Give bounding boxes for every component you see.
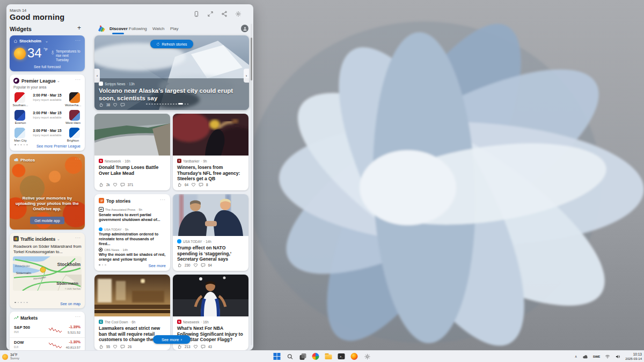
share-icon[interactable] bbox=[221, 11, 228, 17]
card-engagement[interactable]: 2k 371 bbox=[99, 182, 133, 187]
card-engagement[interactable]: 213 43 bbox=[177, 344, 212, 349]
more-options-icon[interactable]: ··· bbox=[75, 315, 81, 319]
clock[interactable]: 10:13 2025-03-14 bbox=[625, 352, 642, 361]
pagination-dots[interactable] bbox=[99, 258, 108, 268]
taskbar-settings-icon[interactable] bbox=[363, 352, 371, 360]
match-row[interactable]: Everton 3:00 PM · Mar 15 Injury report a… bbox=[10, 109, 85, 127]
thumbs-up-icon[interactable] bbox=[177, 182, 182, 187]
hero-story-card[interactable]: Refresh stories ‹ › Scripps News · 13h V… bbox=[94, 35, 249, 110]
feed-see-more-button[interactable]: See more › bbox=[153, 335, 191, 344]
thumbs-up-icon[interactable] bbox=[99, 182, 104, 187]
feed-scrollbar-thumb[interactable] bbox=[251, 38, 252, 80]
weather-location[interactable]: Stockholm bbox=[19, 39, 41, 43]
network-icon[interactable] bbox=[605, 354, 610, 359]
get-mobile-app-button[interactable]: Get mobile app bbox=[30, 217, 64, 224]
onedrive-tray-icon[interactable] bbox=[582, 354, 588, 360]
firefox-icon[interactable] bbox=[350, 352, 358, 360]
story-headline[interactable]: Senate works to avert partial government… bbox=[99, 213, 166, 223]
more-options-icon[interactable]: ··· bbox=[75, 158, 81, 161]
tab-watch[interactable]: Watch bbox=[152, 26, 164, 31]
top-story-item[interactable]: CBS News · 14h Why the moon will be shad… bbox=[99, 248, 166, 262]
comment-icon[interactable] bbox=[201, 263, 206, 268]
refresh-stories-button[interactable]: Refresh stories bbox=[150, 40, 193, 48]
comment-icon[interactable] bbox=[201, 344, 206, 349]
pagination-dots[interactable] bbox=[14, 295, 30, 305]
traffic-map[interactable]: Stockholm Riddarfjärden Södermalm Hornsg… bbox=[13, 256, 82, 291]
source-row[interactable]: N Newsweek · 16h bbox=[177, 320, 209, 324]
heart-icon[interactable] bbox=[193, 344, 198, 349]
heart-icon[interactable] bbox=[191, 182, 196, 187]
more-options-icon[interactable]: ··· bbox=[75, 39, 81, 42]
top-story-item[interactable]: USA TODAY · 5h Trump administration orde… bbox=[99, 227, 166, 246]
card-headline[interactable]: Winners, losers from Thursday’s NFL free… bbox=[177, 165, 245, 182]
chevron-down-icon[interactable]: ⌄ bbox=[57, 238, 60, 241]
premier-league-title[interactable]: Premier League bbox=[21, 78, 56, 84]
see-on-map-link[interactable]: See on map bbox=[60, 302, 80, 306]
hero-engagement[interactable]: 38 bbox=[99, 102, 125, 107]
chevron-down-icon[interactable]: ⌄ bbox=[45, 40, 48, 43]
more-options-icon[interactable]: ··· bbox=[75, 78, 81, 82]
language-indicator[interactable]: SWE bbox=[593, 355, 601, 358]
start-button[interactable] bbox=[273, 352, 281, 360]
top-stories-see-more-link[interactable]: See more bbox=[148, 263, 166, 268]
carousel-right-arrow[interactable]: › bbox=[244, 69, 249, 83]
search-icon[interactable] bbox=[286, 352, 294, 360]
source-row[interactable]: N Newsweek · 16h bbox=[99, 159, 130, 163]
hero-carousel-dots[interactable] bbox=[146, 97, 190, 107]
heart-icon[interactable] bbox=[113, 344, 118, 349]
thumbs-up-icon[interactable] bbox=[99, 344, 104, 349]
see-full-forecast-link[interactable]: See full forecast bbox=[10, 65, 85, 69]
comment-icon[interactable] bbox=[199, 182, 203, 187]
story-headline[interactable]: Trump administration ordered to reinstat… bbox=[99, 232, 166, 246]
markets-widget[interactable]: Markets ··· S&P 500 INX -1.39% 5,521.52 … bbox=[10, 312, 85, 350]
terminal-icon[interactable]: >_ bbox=[338, 352, 346, 360]
premier-league-widget[interactable]: Premier League ⌄ ··· Popular in your are… bbox=[10, 75, 85, 151]
add-widget-button[interactable]: + bbox=[77, 24, 81, 32]
traffic-widget[interactable]: Traffic incidents ⌄ ··· Roadwork on Söde… bbox=[10, 233, 85, 308]
comment-icon[interactable] bbox=[120, 182, 125, 187]
comment-icon[interactable] bbox=[120, 344, 125, 349]
weather-widget[interactable]: Stockholm ⌄ ··· 34 °F Temperatures to ri… bbox=[10, 35, 85, 71]
heart-icon[interactable] bbox=[193, 263, 198, 268]
card-engagement[interactable]: 64 8 bbox=[177, 182, 208, 187]
thumbs-up-icon[interactable] bbox=[177, 263, 182, 268]
tab-following[interactable]: Following bbox=[129, 26, 147, 31]
card-headline[interactable]: Trump effect on NATO spending is ‘stagge… bbox=[177, 245, 245, 262]
comment-icon[interactable] bbox=[120, 102, 125, 107]
news-card-lake-mead[interactable]: N Newsweek · 16h Donald Trump Loses Batt… bbox=[94, 114, 170, 190]
tab-discover[interactable]: Discover bbox=[109, 26, 128, 31]
news-card-nato[interactable]: USA TODAY · 14h Trump effect on NATO spe… bbox=[173, 194, 248, 271]
expand-icon[interactable] bbox=[207, 11, 214, 17]
story-headline[interactable]: Why the moon will be shades of red, oran… bbox=[99, 253, 166, 262]
feed-scrollbar-track[interactable] bbox=[251, 24, 252, 345]
more-options-icon[interactable]: ··· bbox=[75, 237, 81, 240]
pagination-dots[interactable] bbox=[14, 138, 30, 147]
card-headline[interactable]: Donald Trump Loses Battle Over Lake Mead bbox=[99, 165, 166, 176]
phone-link-icon[interactable] bbox=[193, 11, 200, 17]
profile-avatar[interactable] bbox=[241, 25, 248, 32]
top-stories-widget[interactable]: Top stories ··· AP The Associated Press … bbox=[94, 194, 170, 271]
top-story-item[interactable]: AP The Associated Press · 5h Senate work… bbox=[99, 207, 166, 223]
thumbs-up-icon[interactable] bbox=[177, 344, 182, 349]
carousel-left-arrow[interactable]: ‹ bbox=[94, 69, 100, 83]
file-explorer-icon[interactable] bbox=[325, 352, 333, 360]
news-card-nfl[interactable]: Y Yardbarker · 9h Winners, losers from T… bbox=[173, 114, 248, 190]
more-options-icon[interactable]: ··· bbox=[160, 198, 166, 202]
widgets-app-icon[interactable] bbox=[312, 352, 320, 360]
source-row[interactable]: Y Yardbarker · 9h bbox=[177, 159, 207, 163]
photos-title[interactable]: Photos bbox=[20, 158, 35, 162]
hero-source-row[interactable]: Scripps News · 13h bbox=[99, 82, 135, 86]
market-row[interactable]: S&P 500 INX -1.39% 5,521.52 bbox=[10, 323, 85, 338]
volume-icon[interactable] bbox=[615, 354, 620, 359]
thumbs-up-icon[interactable] bbox=[99, 102, 104, 107]
task-view-icon[interactable] bbox=[299, 352, 307, 360]
source-row[interactable]: USA TODAY · 14h bbox=[177, 239, 211, 243]
source-row[interactable]: C The Cool Down · 6h bbox=[99, 320, 135, 324]
markets-title[interactable]: Markets bbox=[20, 315, 38, 321]
heart-icon[interactable] bbox=[113, 102, 118, 107]
market-row[interactable]: DOW DJI -1.30% 40,813.57 bbox=[10, 338, 85, 350]
see-more-premier-league-link[interactable]: See more Premier League bbox=[36, 144, 80, 148]
tab-play[interactable]: Play bbox=[170, 26, 179, 31]
match-row[interactable]: Southam... 3:00 PM · Mar 15 Injury repor… bbox=[10, 91, 85, 109]
card-engagement[interactable]: 230 64 bbox=[177, 263, 212, 268]
